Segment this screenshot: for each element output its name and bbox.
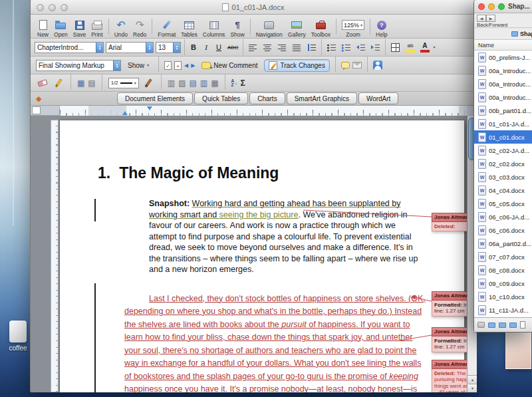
numbered-list-button[interactable] [340,41,352,54]
desktop-photo-thumbnail[interactable] [505,331,531,369]
new-button[interactable]: New [35,15,51,37]
print-button[interactable]: Print [88,15,105,37]
zoom-button[interactable] [498,3,505,10]
close-button[interactable] [478,3,485,10]
open-button[interactable]: Open [51,15,70,37]
font-color-button[interactable]: A [418,41,431,54]
first-line-indent-marker[interactable] [147,106,152,110]
sort-az-button[interactable]: AZ↓ [231,79,237,87]
style-combo[interactable]: ChapterIntrod...▴▾ [35,42,104,53]
next-change-button[interactable]: ▶ [191,63,195,68]
align-right-button[interactable] [276,41,289,54]
help-button[interactable]: ?Help [373,15,390,37]
close-button[interactable] [37,4,44,11]
name-column-header[interactable]: Name [474,40,532,51]
scroll-up-button[interactable]: ▴ [467,375,477,384]
line-spacing-button[interactable] [305,41,318,54]
folder-icon[interactable] [488,323,495,328]
minimize-button[interactable] [49,4,56,11]
finder-file-row[interactable]: W04_c04.docx [474,184,532,197]
insert-columns-icon[interactable]: ▥ [200,79,207,87]
line-weight-combo[interactable]: 1/2 ▾ [108,78,139,88]
combo-stepper-icon[interactable]: ▴▾ [96,43,103,53]
strikethrough-button[interactable]: ABC [226,41,239,53]
italic-button[interactable]: I [201,41,211,53]
finder-file-row[interactable]: W00a_Introduc... [474,64,532,77]
tab-wordart[interactable]: WordArt [358,92,399,104]
disk-icon[interactable] [477,322,485,328]
font-size-combo[interactable]: 13▴▾ [156,42,181,53]
reject-change-button[interactable]: × [174,61,182,70]
minimize-button[interactable] [488,3,495,10]
increase-indent-button[interactable] [369,41,382,54]
combo-stepper-icon[interactable]: ▴▾ [113,61,120,70]
insert-table-icon[interactable]: ▦ [77,79,84,87]
zoom-button[interactable] [61,4,68,11]
tab-quick-tables[interactable]: Quick Tables [194,92,248,104]
vertical-ruler[interactable] [51,120,59,392]
table-autoformat-icon[interactable]: ▤ [88,79,95,87]
tab-document-elements[interactable]: Document Elements [117,92,193,104]
redo-button[interactable]: ↷Redo [130,15,149,37]
forward-button[interactable]: ▶ [486,15,495,22]
document-icon[interactable] [520,321,525,329]
bulleted-list-button[interactable] [325,41,338,54]
finder-file-row[interactable]: W00a_Introduc... [474,90,532,104]
word-titlebar[interactable]: 01_c01-JA.docx [31,0,475,15]
back-button[interactable]: ◀ [477,15,486,22]
finder-file-row[interactable]: W06a_part02.d... [474,237,532,250]
show-marks-button[interactable]: ¶Show [227,15,247,37]
accept-change-button[interactable]: ✓ [164,61,172,70]
align-left-button[interactable] [247,41,259,54]
tab-smartart-graphics[interactable]: SmartArt Graphics [287,92,357,104]
scroll-down-button[interactable]: ▾ [467,384,477,392]
finder-file-row[interactable]: W10_c10.docx [474,290,532,303]
align-center-button[interactable] [261,41,274,54]
underline-button[interactable]: U [213,41,224,53]
highlight-button[interactable]: ab [404,41,416,54]
justify-button[interactable] [291,41,303,54]
finder-file-row[interactable]: W01_c01.docx [474,130,532,144]
columns-button[interactable]: Columns [200,15,228,37]
insert-rows-icon[interactable]: ▤ [190,79,197,87]
border-color-button[interactable] [142,76,155,89]
finder-file-row[interactable]: W11_c11-JA.d... [474,303,532,317]
tab-charts[interactable]: Charts [249,92,285,104]
tab-stop-selector[interactable] [32,106,41,114]
toolbox-button[interactable]: Toolbox [309,15,333,37]
finder-file-row[interactable]: W08_c08.docx [474,263,532,277]
finder-file-row[interactable]: W06_c06-JA.d... [474,210,532,223]
finder-file-row[interactable]: W07_c07.docx [474,250,532,263]
finder-file-row[interactable]: W02_c02.docx [474,157,532,170]
finder-file-row[interactable]: W06_c06.docx [474,223,532,237]
finder-file-row[interactable]: W00a_Introduc... [474,77,532,90]
bold-button[interactable]: B [188,41,199,53]
save-button[interactable]: Save [70,15,88,37]
finder-file-row[interactable]: W09_c09.docx [474,277,532,290]
finder-file-row[interactable]: W05_c05.docx [474,197,532,210]
gallery-toggle-icon[interactable]: ◆ [36,95,41,102]
new-comment-button[interactable]: New Comment [198,61,261,70]
decrease-indent-button[interactable] [354,41,367,54]
tables-button[interactable]: Tables [178,15,200,37]
markup-view-combo[interactable]: Final Showing Markup▴▾ [36,60,121,71]
merge-cells-icon[interactable]: ▥ [168,79,175,87]
folder-icon[interactable] [509,323,517,328]
borders-button[interactable] [389,41,402,54]
combo-stepper-icon[interactable]: ▴▾ [146,43,153,53]
finder-file-row[interactable]: W01_c01-JA.d... [474,117,532,130]
finder-file-row[interactable]: W02_c02-JA.d... [474,144,532,157]
horizontal-ruler[interactable] [31,106,475,116]
folder-icon[interactable] [499,323,506,328]
split-cells-icon[interactable]: ▨ [178,79,186,87]
reviewing-pane-person-icon[interactable] [373,61,382,70]
combo-stepper-icon[interactable]: ▴▾ [173,43,180,53]
track-changes-toggle[interactable]: Track Changes [264,59,329,72]
finder-file-row[interactable]: W03_c03.docx [474,170,532,184]
previous-change-button[interactable]: ◀ [184,63,188,68]
zoom-control[interactable]: 125%▾ Zoom [339,15,367,37]
font-combo[interactable]: Arial▴▾ [106,42,154,53]
finder-file-row[interactable]: W00b_part01.d... [474,104,532,117]
zoom-dropdown[interactable]: 125%▾ [342,20,364,30]
dropdown-arrow-icon[interactable]: ▾ [433,45,435,49]
